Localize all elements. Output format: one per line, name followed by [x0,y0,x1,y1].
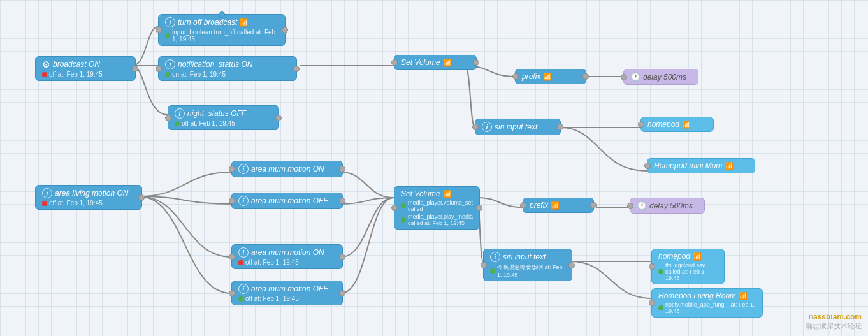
wifi-icon: 📶 [443,59,452,67]
node-label: homepod [647,120,679,129]
info-icon: i [165,17,175,27]
node-subtitle: off at: Feb 1, 19:45 [238,259,336,266]
status-dot [658,305,663,310]
port-right [339,166,345,172]
port-right [339,198,345,204]
node-label: delay 500ms [649,201,693,210]
delay-1-node: 🕐 delay 500ms [623,69,698,85]
night-status-off-node: i night_status OFF off at: Feb 1, 19:45 [168,105,279,130]
node-label: Set Volume [401,189,440,198]
port-left [391,205,398,211]
port-right-turn-off [282,27,288,33]
gear-icon: ⚙ [42,59,50,69]
area-mum-motion-off-1-node: i area mum motion OFF [231,193,343,209]
notification-status-on-node: i notification_status ON on at: Feb 1, 1… [158,56,297,81]
homepod-mini-mum-node: Homepod mini Mum 📶 [647,158,755,173]
node-label: siri input text [495,122,537,131]
port-left [229,166,235,172]
port-left [512,73,519,80]
turn-off-broadcast-node: i turn off broadcast 📶 input_boolean.tur… [158,14,286,46]
port-right [557,124,563,130]
port-right [568,262,575,268]
node-subtitle: tts_ggcloud.say called at: Feb 1, 19:45 [658,262,718,281]
port-left [229,290,235,296]
port-right [582,73,589,80]
node-label: prefix [522,72,540,81]
wifi-icon: 📶 [739,292,748,300]
node-subtitle: off at: Feb 1, 19:45 [175,120,272,127]
info-icon: i [238,284,249,294]
port-left [627,203,633,209]
homepod-living-room-node: Homepod Living Room 📶 notify.mobile_app_… [651,288,763,318]
port-right [473,59,479,66]
node-subtitle: off at: Feb 1, 19:45 [42,71,129,78]
node-label: Homepod Living Room [658,291,736,300]
port-left [520,202,526,208]
port-left [649,300,655,306]
status-dot [42,201,47,206]
broadcast-on-node: ⚙ broadcast ON off at: Feb 1, 19:45 [35,56,136,81]
node-label: Homepod mini Mum [654,161,722,170]
port-right [339,254,345,260]
info-icon: i [42,188,52,198]
wifi-icon: 📶 [682,121,691,129]
port-right [476,205,482,211]
port-left [156,66,162,72]
node-label: area mum motion ON [251,164,324,173]
wifi-icon: 📶 [551,201,560,210]
clock-icon: 🕐 [637,201,647,210]
node-label: broadcast ON [53,60,100,69]
port-top-turn-off [219,11,225,18]
wifi-icon: 📶 [443,190,452,198]
node-label: area mum motion ON [251,248,324,257]
node-label: prefix [530,201,548,210]
port-left [649,263,655,270]
status-dot [658,269,663,274]
homepod-2-node: homepod 📶 tts_ggcloud.say called at: Feb… [651,249,725,284]
delay-2-node: 🕐 delay 500ms [630,198,705,214]
node-subtitle: 今晚唱返嚟食饭咧 at: Feb 1, 19:45 [490,263,565,278]
node-label: Set Volume [401,58,440,67]
port-left [472,124,479,130]
area-mum-motion-off-2-node: i area mum motion OFF off at: Feb 1, 19:… [231,281,343,305]
info-icon: i [490,252,500,262]
info-icon: i [238,164,249,174]
info-icon: i [238,196,249,206]
port-left-turn-off [156,27,162,33]
set-volume-1-node: Set Volume 📶 [394,55,477,70]
watermark-text: 瀚思彼岸技术论坛 [806,321,862,331]
status-dot [490,268,495,274]
node-subtitle: off at: Feb 1, 19:45 [238,295,336,302]
port-left [229,198,235,204]
port-right [293,66,300,72]
node-label: delay 500ms [643,73,686,82]
set-volume-2-node: Set Volume 📶 media_player.volume_set cal… [394,186,480,230]
info-icon: i [165,59,175,69]
port-right [590,202,597,208]
node-subtitle: on at: Feb 1, 19:45 [165,71,290,78]
port-right [138,194,145,201]
node-label: homepod [658,252,690,261]
port-left [481,262,487,268]
info-icon: i [175,108,185,119]
wifi-icon: 📶 [240,18,249,27]
prefix-2-node: prefix 📶 [523,198,594,213]
port-right-broadcast [132,66,138,72]
port-left [621,74,627,80]
status-dot [165,72,170,77]
port-left [638,121,644,128]
node-subtitle1: media_player.volume_set called [401,200,473,212]
node-subtitle2: media_player.play_media called at: Feb 1… [401,214,473,226]
node-label: area living motion ON [55,189,128,198]
node-label: turn off broadcast [178,18,237,27]
wifi-icon: 📶 [693,252,702,261]
node-subtitle: input_boolean.turn_off called at: Feb 1,… [165,29,278,43]
port-right [339,290,345,296]
status-dot [175,121,180,126]
node-subtitle: off at: Feb 1, 19:45 [42,200,135,207]
status-dot2 [401,217,406,223]
watermark: nassbiani.com 瀚思彼岸技术论坛 [806,312,862,331]
status-dot [238,260,243,265]
info-icon: i [238,247,249,258]
homepod-1-node: homepod 📶 [640,117,714,132]
